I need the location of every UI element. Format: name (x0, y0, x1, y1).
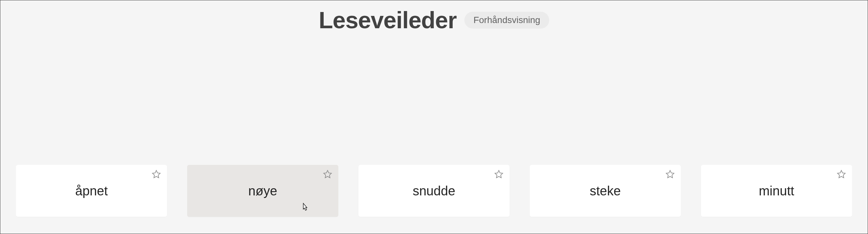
preview-badge: Forhåndsvisning (464, 12, 549, 29)
word-text: åpnet (75, 184, 107, 198)
word-text: minutt (759, 184, 794, 198)
cards-row: åpnetnøyesnuddestekeminutt (16, 165, 852, 217)
cursor-icon (301, 202, 310, 213)
word-card[interactable]: nøye (187, 165, 338, 217)
word-text: snudde (413, 184, 455, 198)
star-icon[interactable] (836, 169, 846, 179)
word-text: nøye (248, 184, 277, 198)
star-icon[interactable] (151, 169, 161, 179)
star-icon[interactable] (323, 169, 333, 179)
word-card[interactable]: snudde (359, 165, 509, 217)
page-title: Leseveileder (319, 7, 457, 33)
star-icon[interactable] (494, 169, 504, 179)
star-icon[interactable] (665, 169, 675, 179)
word-card[interactable]: åpnet (16, 165, 167, 217)
header: Leseveileder Forhåndsvisning (0, 0, 868, 33)
word-card[interactable]: minutt (701, 165, 852, 217)
word-text: steke (590, 184, 621, 198)
word-card[interactable]: steke (530, 165, 681, 217)
